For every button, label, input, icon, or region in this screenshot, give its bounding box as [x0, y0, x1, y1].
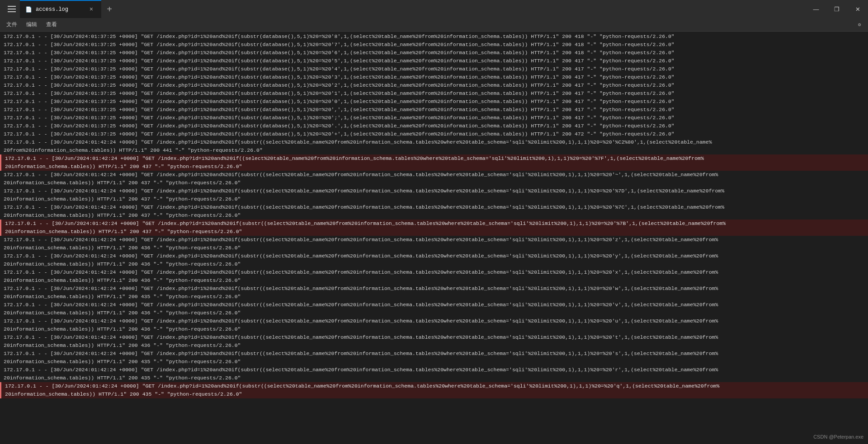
- log-line: 172.17.0.1 - - [30/Jun/2024:01:42:24 +00…: [0, 333, 868, 341]
- log-line: 172.17.0.1 - - [30/Jun/2024:01:37:25 +00…: [0, 65, 868, 73]
- log-line: 172.17.0.1 - - [30/Jun/2024:01:42:24 +00…: [0, 236, 868, 244]
- log-line: 20information_schema.tables)) HTTP/1.1" …: [0, 179, 868, 187]
- log-line: 172.17.0.1 - - [30/Jun/2024:01:42:24 +00…: [0, 301, 868, 309]
- menu-bar-right: ⚙: [853, 18, 866, 32]
- window-controls: — ❐ ✕: [806, 0, 868, 18]
- log-line: 172.17.0.1 - - [30/Jun/2024:01:42:24 +00…: [0, 366, 868, 374]
- log-line: 172.17.0.1 - - [30/Jun/2024:01:37:25 +00…: [0, 41, 868, 49]
- log-content[interactable]: 172.17.0.1 - - [30/Jun/2024:01:37:25 +00…: [0, 32, 868, 444]
- log-line: 20information_schema.tables)) HTTP/1.1" …: [0, 276, 868, 285]
- log-line: 20information_schema.tables)) HTTP/1.1" …: [0, 163, 868, 171]
- content-area: 172.17.0.1 - - [30/Jun/2024:01:37:25 +00…: [0, 32, 868, 444]
- menu-bar: 文件 编辑 查看 ⚙: [0, 18, 868, 32]
- hamburger-icon[interactable]: [4, 0, 20, 18]
- title-bar-left: [0, 0, 20, 18]
- log-line: 172.17.0.1 - - [30/Jun/2024:01:37:25 +00…: [0, 98, 868, 106]
- tab-label: access.log: [36, 6, 83, 13]
- log-line: 20information_schema.tables)) HTTP/1.1" …: [0, 195, 868, 203]
- settings-button[interactable]: ⚙: [853, 18, 866, 32]
- log-line: 172.17.0.1 - - [30/Jun/2024:01:42:24 +00…: [0, 203, 868, 211]
- log-line: 172.17.0.1 - - [30/Jun/2024:01:37:25 +00…: [0, 114, 868, 122]
- svg-rect-2: [8, 11, 16, 12]
- log-line: 172.17.0.1 - - [30/Jun/2024:01:37:25 +00…: [0, 81, 868, 89]
- log-line: 20information_schema.tables)) HTTP/1.1" …: [0, 211, 868, 220]
- file-icon: 📄: [25, 6, 32, 13]
- log-line: 20information_schema.tables)) HTTP/1.1" …: [0, 390, 868, 398]
- log-line: 20information_schema.tables)) HTTP/1.1" …: [0, 309, 868, 317]
- log-line: 172.17.0.1 - - [30/Jun/2024:01:42:24 +00…: [0, 285, 868, 293]
- log-line: 172.17.0.1 - - [30/Jun/2024:01:37:25 +00…: [0, 33, 868, 41]
- log-line: 172.17.0.1 - - [30/Jun/2024:01:37:25 +00…: [0, 122, 868, 130]
- log-line: 172.17.0.1 - - [30/Jun/2024:01:42:24 +00…: [0, 317, 868, 325]
- log-line: 20information_schema.tables)) HTTP/1.1" …: [0, 293, 868, 301]
- new-tab-button[interactable]: +: [101, 0, 118, 18]
- menu-file[interactable]: 文件: [2, 19, 22, 30]
- active-tab[interactable]: 📄 access.log ×: [20, 0, 101, 18]
- log-line: 172.17.0.1 - - [30/Jun/2024:01:42:24 +00…: [0, 252, 868, 260]
- log-line: 172.17.0.1 - - [30/Jun/2024:01:37:25 +00…: [0, 49, 868, 57]
- close-button[interactable]: ✕: [847, 0, 868, 18]
- log-line: 20information_schema.tables)) HTTP/1.1" …: [0, 228, 868, 236]
- minimize-button[interactable]: —: [806, 0, 826, 18]
- log-line: 172.17.0.1 - - [30/Jun/2024:01:37:25 +00…: [0, 57, 868, 65]
- tabs-area: 📄 access.log × +: [20, 0, 806, 18]
- log-line: 172.17.0.1 - - [30/Jun/2024:01:42:24 +00…: [0, 187, 868, 195]
- log-line: 20information_schema.tables)) HTTP/1.1" …: [0, 358, 868, 366]
- log-line: 172.17.0.1 - - [30/Jun/2024:01:42:24 +00…: [0, 382, 868, 390]
- log-line: 20information_schema.tables)) HTTP/1.1" …: [0, 260, 868, 268]
- log-line: 172.17.0.1 - - [30/Jun/2024:01:37:25 +00…: [0, 106, 868, 114]
- log-line: 172.17.0.1 - - [30/Jun/2024:01:42:24 +00…: [0, 154, 868, 163]
- svg-rect-1: [8, 9, 16, 9]
- log-line: 172.17.0.1 - - [30/Jun/2024:01:42:24 +00…: [0, 350, 868, 358]
- log-line: 20information_schema.tables)) HTTP/1.1" …: [0, 341, 868, 350]
- log-line: 172.17.0.1 - - [30/Jun/2024:01:37:25 +00…: [0, 130, 868, 138]
- log-line: 172.17.0.1 - - [30/Jun/2024:01:42:24 +00…: [0, 268, 868, 276]
- log-line: 172.17.0.1 - - [30/Jun/2024:01:37:25 +00…: [0, 73, 868, 81]
- log-line: 20information_schema.tables)) HTTP/1.1" …: [0, 244, 868, 252]
- menu-edit[interactable]: 编辑: [22, 19, 42, 30]
- log-line: 172.17.0.1 - - [30/Jun/2024:01:42:24 +00…: [0, 171, 868, 179]
- maximize-button[interactable]: ❐: [826, 0, 847, 18]
- log-line: 172.17.0.1 - - [30/Jun/2024:01:42:24 +00…: [0, 220, 868, 228]
- log-line: 20from%20information_schema.tables)) HTT…: [0, 146, 868, 154]
- log-line: 20information_schema.tables)) HTTP/1.1" …: [0, 325, 868, 333]
- log-line: 172.17.0.1 - - [30/Jun/2024:01:42:24 +00…: [0, 138, 868, 146]
- title-bar: 📄 access.log × + — ❐ ✕: [0, 0, 868, 18]
- menu-view[interactable]: 查看: [42, 19, 61, 30]
- log-line: 172.17.0.1 - - [30/Jun/2024:01:37:25 +00…: [0, 89, 868, 98]
- log-line: 20information_schema.tables)) HTTP/1.1" …: [0, 374, 868, 382]
- svg-rect-0: [8, 6, 16, 7]
- tab-close-button[interactable]: ×: [87, 5, 96, 14]
